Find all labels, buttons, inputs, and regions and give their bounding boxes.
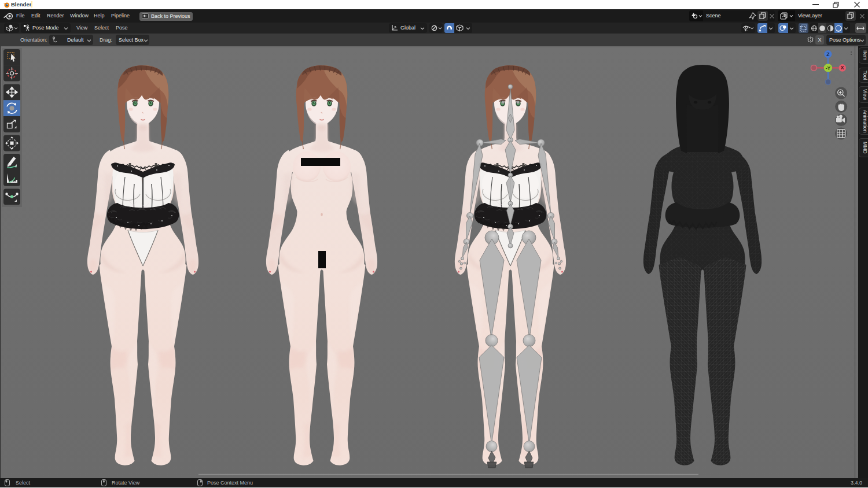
svg-text:X: X xyxy=(841,65,844,71)
svg-text:Z: Z xyxy=(826,51,829,57)
svg-text:-Y: -Y xyxy=(826,65,831,71)
